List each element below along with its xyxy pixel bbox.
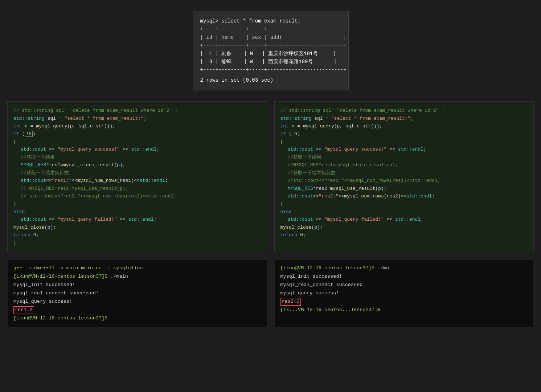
code-line: // std::string sql= "delete from exam_re… (13, 107, 261, 114)
code-line: std::cout << "mysql_query success!" << s… (13, 146, 261, 153)
code-line: } (280, 200, 528, 208)
terminal-line: [ikun@VM-12-16-centos lesson37]$ (13, 314, 261, 323)
code-line: //std::cout<<"res1:"<<mysql_num_rows(res… (280, 177, 528, 184)
terminal-line: mysql_query success! (13, 298, 261, 306)
code-line: mysql_close(p); (13, 224, 261, 231)
terminal-result-line: res1:2 (13, 306, 261, 314)
code-line: if (!n) (280, 130, 528, 138)
table-sep1: +----+---------+-----+------------------… (200, 25, 341, 33)
res2-result: res2:0 (280, 298, 301, 306)
code-line: return 0; (280, 231, 528, 239)
table-header: | id | name | sex | addr | (200, 33, 341, 41)
mysql-cmd: mysql> select * from exam_result; (200, 17, 341, 25)
page-container: mysql> select * from exam_result; +----+… (0, 0, 541, 392)
code-line: //获取一下结果集行数 (13, 169, 261, 177)
code-line: //获取一下结果 (280, 154, 528, 161)
terminal-line: mysql_init successed! (13, 281, 261, 289)
right-code-panel: // std::string sql= "delete from exam_re… (274, 101, 534, 252)
code-line: } (13, 239, 261, 247)
terminal-result-line: res2:0 (280, 298, 528, 306)
table-row-1: | 1 | 刘备 | M | 重庆市沙坪坝区101号 | (200, 50, 341, 58)
code-line: std::cout<<"res2:"<<mysql_num_rows(res2)… (280, 192, 528, 200)
top-terminal: mysql> select * from exam_result; +----+… (193, 11, 349, 90)
code-line: { (280, 138, 528, 146)
code-line: { (13, 138, 261, 146)
terminal-line: [ikun@VM-12-16-centos lesson37]$ ./main (13, 273, 261, 281)
res1-result: res1:2 (13, 306, 34, 314)
code-line: else (280, 208, 528, 216)
code-line: //MYSQL_RES*res1=mysql_store_result(p); (280, 161, 528, 169)
terminal-line: [ik...VM-12-16-centos...lesson37]$ (280, 306, 528, 314)
code-line: //获取一下结果 (13, 154, 261, 161)
middle-row: // std::string sql= "delete from exam_re… (7, 101, 534, 252)
code-line: MYSQL_RES*res2=mysql_use_result(p); (280, 185, 528, 192)
code-line: return 0; (13, 231, 261, 239)
code-line: int n = mysql_query(p, sql.c_str()); (13, 122, 261, 130)
right-terminal-output: [ikun@VM-12-16-centos lesson37]$ ./ma my… (274, 260, 534, 327)
bottom-row: g++ -std=c++11 -o main main.cc -l mysqlc… (7, 260, 534, 327)
row-count: 2 rows in set (0.03 sec) (200, 76, 341, 84)
code-line: // std::string sql= "delete from exam_re… (280, 107, 528, 114)
table-sep3: +----+---------+-----+------------------… (200, 66, 341, 74)
table-row-2: | 3 | 貂蝉 | W | 西安市莲花路109号 | (200, 58, 341, 66)
code-line: std::cout << "mysql_query failed!" << st… (280, 216, 528, 223)
code-line: else (13, 208, 261, 216)
terminal-line: mysql_real_connect successed! (280, 281, 528, 289)
code-line: // std::cout<<"res2:"<<mysql_num_rows(re… (13, 192, 261, 200)
terminal-line: g++ -std=c++11 -o main main.cc -l mysqlc… (13, 264, 261, 273)
code-line: } (13, 200, 261, 208)
terminal-line: mysql_query success! (280, 289, 528, 298)
table-sep2: +----+---------+-----+------------------… (200, 41, 341, 49)
code-line: MYSQL_RES*res1=mysql_store_result(p); (13, 161, 261, 169)
left-code-panel: // std::string sql= "delete from exam_re… (7, 101, 267, 252)
code-line: mysql_close(p); (280, 224, 528, 231)
terminal-line: mysql_real_connect successed! (13, 289, 261, 298)
code-line: //获取一下结果集行数 (280, 169, 528, 177)
code-line: // MYSQL_RES*res2=mysql_use_result(p); (13, 185, 261, 192)
code-line: std::string sql = "select * from exam_re… (280, 115, 528, 122)
terminal-line: [ikun@VM-12-16-centos lesson37]$ ./ma (280, 264, 528, 273)
code-line: std::cout<<"res1:"<<mysql_num_rows(res1)… (13, 177, 261, 184)
code-line: std::string sql = "select * from exam_re… (13, 115, 261, 122)
terminal-line: mysql_init successed! (280, 273, 528, 281)
left-terminal-output: g++ -std=c++11 -o main main.cc -l mysqlc… (7, 260, 267, 327)
code-line: if (!n) (13, 130, 261, 138)
code-line: int n = mysql_query(p, sql.c_str()); (280, 122, 528, 130)
code-line: std::cout << "mysql_query success!" << s… (280, 146, 528, 153)
code-line: std::cout << "mysql_query failed!" << st… (13, 216, 261, 223)
